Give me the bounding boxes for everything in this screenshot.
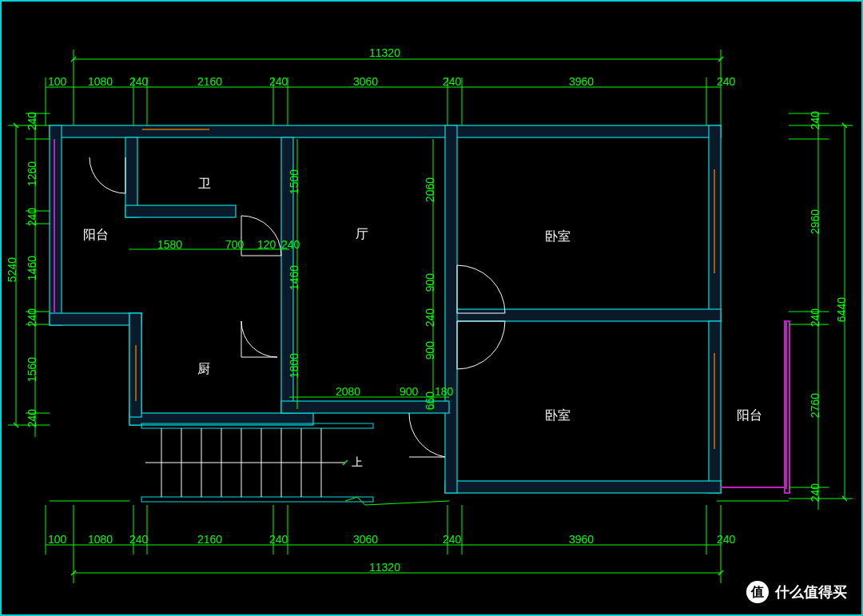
dim-right-overall: 6440 bbox=[835, 297, 848, 322]
svg-rect-17 bbox=[141, 497, 373, 502]
svg-rect-2 bbox=[50, 125, 721, 137]
dim-bot-d3: 240 bbox=[129, 533, 148, 546]
svg-rect-8 bbox=[449, 309, 721, 321]
dim-left-d7: 240 bbox=[26, 409, 38, 427]
dim-top-overall: 11320 bbox=[369, 46, 400, 59]
svg-rect-15 bbox=[125, 205, 236, 217]
dim-bot-overall: 11320 bbox=[369, 561, 400, 574]
dim-top-d9: 240 bbox=[717, 75, 735, 88]
dim-right-d1: 240 bbox=[809, 111, 821, 129]
dim-bot-d5: 240 bbox=[269, 533, 288, 546]
cad-floor-plan: 11320 100 1080 240 2160 240 3060 240 396… bbox=[0, 0, 863, 616]
dim-top-d5: 240 bbox=[269, 75, 288, 88]
dim-bot-d9: 240 bbox=[717, 533, 735, 546]
dim-hall-h1: 1500 bbox=[288, 169, 300, 194]
dim-bot-d4: 2160 bbox=[197, 533, 222, 546]
dim-br-h3: 240 bbox=[424, 308, 436, 327]
dim-top-d3: 240 bbox=[129, 75, 148, 88]
dim-left-d1: 240 bbox=[26, 112, 38, 130]
label-bedroom2: 卧室 bbox=[545, 407, 571, 424]
watermark-text: 什么值得买 bbox=[775, 582, 847, 602]
svg-rect-11 bbox=[445, 125, 457, 493]
dim-left-d4: 1460 bbox=[26, 256, 38, 280]
dim-hall-w1: 2080 bbox=[336, 385, 360, 398]
dim-right-d4: 2760 bbox=[809, 393, 821, 418]
dim-hall-w2: 900 bbox=[400, 385, 418, 398]
dim-left-overall: 5240 bbox=[6, 257, 18, 282]
dim-br-h5: 660 bbox=[424, 391, 436, 410]
dim-left-d6: 1560 bbox=[26, 357, 38, 382]
dim-right-d5: 240 bbox=[809, 483, 821, 502]
dim-bath-w1: 1580 bbox=[157, 238, 182, 251]
dim-bot-d2: 1080 bbox=[88, 533, 113, 546]
dim-bot-d1: 100 bbox=[48, 533, 66, 546]
dim-top-d4: 2160 bbox=[197, 75, 222, 88]
dim-bot-d7: 240 bbox=[443, 533, 461, 546]
dim-bath-w2: 700 bbox=[225, 238, 244, 251]
dim-bot-d8: 3960 bbox=[569, 533, 594, 546]
label-kitchen: 厨 bbox=[197, 361, 210, 378]
dim-top-d1: 100 bbox=[48, 75, 66, 88]
stairs bbox=[145, 428, 345, 497]
dim-top-d2: 1080 bbox=[88, 75, 113, 88]
dim-left-d3: 240 bbox=[26, 208, 38, 226]
label-bathroom: 卫 bbox=[198, 176, 211, 193]
dim-bot-d6: 3060 bbox=[353, 533, 378, 546]
dim-bath-w4: 240 bbox=[281, 238, 300, 251]
dim-right-d3: 240 bbox=[809, 308, 821, 327]
dim-br-h1: 2060 bbox=[424, 177, 436, 202]
dim-br-h4: 900 bbox=[424, 341, 436, 360]
label-balcony1: 阳台 bbox=[83, 227, 109, 244]
dim-top-d6: 3060 bbox=[353, 75, 378, 88]
dim-left-d5: 240 bbox=[26, 308, 38, 327]
label-balcony2: 阳台 bbox=[737, 407, 762, 424]
svg-rect-4 bbox=[50, 313, 141, 325]
svg-rect-10 bbox=[445, 481, 721, 493]
dim-top-d8: 3960 bbox=[569, 75, 594, 88]
label-bedroom1: 卧室 bbox=[545, 229, 571, 245]
dim-left-d2: 1260 bbox=[26, 161, 38, 186]
dim-top-d7: 240 bbox=[443, 75, 461, 88]
watermark-badge-icon: 值 bbox=[746, 581, 769, 603]
dim-br-h2: 900 bbox=[424, 273, 436, 292]
svg-rect-3 bbox=[50, 125, 62, 325]
label-stair-up: 上 bbox=[352, 455, 363, 470]
dim-right-d2: 2960 bbox=[809, 209, 821, 234]
watermark: 值 什么值得买 bbox=[746, 581, 847, 603]
dim-hall-h3: 1800 bbox=[288, 353, 300, 378]
walls bbox=[50, 125, 789, 502]
dim-hall-w3: 180 bbox=[435, 385, 453, 398]
dim-bath-w3: 120 bbox=[257, 238, 276, 251]
dim-hall-h2: 1460 bbox=[288, 265, 300, 290]
label-hall: 厅 bbox=[356, 226, 368, 243]
